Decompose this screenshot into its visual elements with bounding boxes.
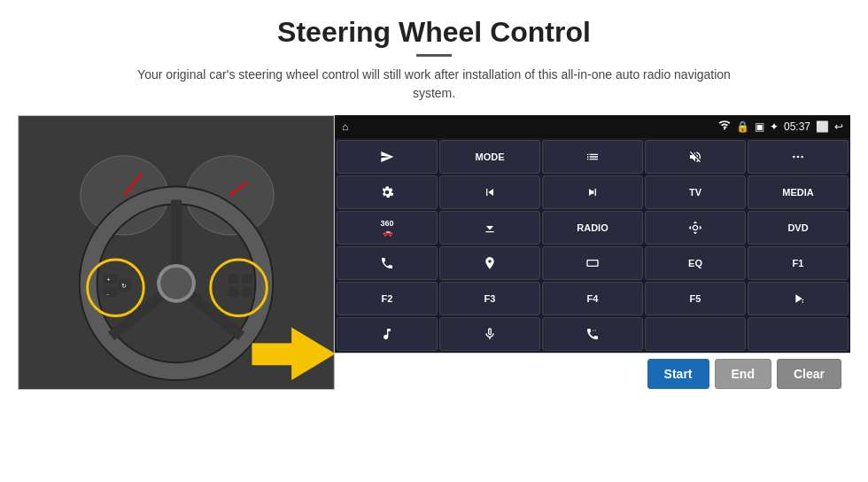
end-button[interactable]: End [715,359,771,389]
radio-panel: ⌂ 🔒 ▣ ✦ 05:37 ⬜ ↩ [335,115,850,393]
lock-icon: 🔒 [736,120,749,133]
btn-eject[interactable] [439,211,540,245]
btn-mute[interactable] [645,140,746,174]
monitor-icon: ⬜ [816,120,829,133]
status-bar-right: 🔒 ▣ ✦ 05:37 ⬜ ↩ [718,120,843,135]
page-container: Steering Wheel Control Your original car… [0,0,868,482]
steering-wheel-image: + - ↻ [18,115,335,390]
svg-point-11 [160,268,192,299]
svg-rect-23 [243,288,253,297]
home-icon: ⌂ [342,120,348,133]
back-icon: ↩ [834,120,843,133]
svg-text:-: - [107,291,109,297]
btn-f3[interactable]: F3 [439,282,540,315]
btn-prev[interactable] [439,175,540,209]
btn-360[interactable]: 360🚗 [337,211,438,245]
btn-empty2[interactable] [748,317,849,351]
svg-point-27 [797,156,800,159]
clear-button[interactable]: Clear [777,359,841,389]
btn-dvd[interactable]: DVD [748,211,849,245]
svg-point-28 [801,156,803,159]
btn-send[interactable] [337,140,438,174]
btn-mode[interactable]: MODE [439,140,540,174]
svg-rect-22 [229,288,239,297]
btn-music[interactable] [337,317,438,351]
button-grid: MODE [335,138,850,353]
svg-rect-29 [587,260,598,267]
btn-settings[interactable] [337,175,438,209]
content-area: + - ↻ ⌂ [18,115,850,393]
btn-mic[interactable] [439,317,540,351]
btn-dots[interactable] [748,140,849,174]
svg-point-26 [793,156,795,159]
btn-rect[interactable] [542,246,643,280]
page-title: Steering Wheel Control [277,16,591,49]
svg-rect-14 [104,288,118,297]
status-bar: ⌂ 🔒 ▣ ✦ 05:37 ⬜ ↩ [335,115,850,138]
btn-navi[interactable] [439,246,540,280]
bt-icon: ✦ [770,120,779,133]
btn-next[interactable] [542,175,643,209]
svg-text:↻: ↻ [121,283,127,289]
btn-f5[interactable]: F5 [645,282,746,315]
btn-f2[interactable]: F2 [337,282,438,315]
btn-f4[interactable]: F4 [542,282,643,315]
start-button[interactable]: Start [647,359,709,389]
btn-play-pause[interactable] [748,282,849,315]
sd-icon: ▣ [755,120,764,133]
btn-empty1[interactable] [645,317,746,351]
svg-rect-21 [243,275,253,284]
time-display: 05:37 [784,120,810,133]
btn-eq[interactable]: EQ [645,246,746,280]
btn-radio[interactable]: RADIO [542,211,643,245]
btn-phone[interactable] [337,246,438,280]
page-subtitle: Your original car's steering wheel contr… [133,66,735,103]
svg-rect-20 [229,275,239,284]
status-bar-left: ⌂ [342,120,348,133]
btn-tv[interactable]: TV [645,175,746,209]
title-divider [416,54,452,57]
action-bar: Start End Clear [335,353,850,393]
btn-media[interactable]: MEDIA [748,175,849,209]
wifi-icon [718,120,731,135]
btn-f1[interactable]: F1 [748,246,849,280]
svg-rect-25 [252,343,296,365]
btn-brightness[interactable] [645,211,746,245]
btn-list[interactable] [542,140,643,174]
btn-phone-call[interactable] [542,317,643,351]
svg-text:+: + [107,276,111,283]
